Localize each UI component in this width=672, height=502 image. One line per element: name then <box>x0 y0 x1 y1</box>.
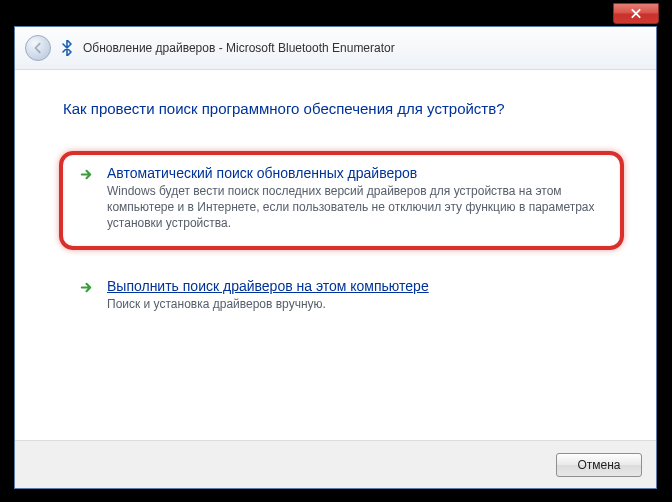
dialog-header: Обновление драйверов - Microsoft Bluetoo… <box>15 27 656 70</box>
bluetooth-icon <box>59 40 75 56</box>
arrow-right-icon <box>79 167 97 232</box>
back-button[interactable] <box>25 35 51 61</box>
driver-update-dialog: Обновление драйверов - Microsoft Bluetoo… <box>14 26 657 489</box>
dialog-content: Как провести поиск программного обеспече… <box>15 70 656 440</box>
option-body: Автоматический поиск обновленных драйвер… <box>107 165 604 232</box>
option-title: Автоматический поиск обновленных драйвер… <box>107 165 604 181</box>
arrow-right-icon <box>79 280 97 312</box>
close-button[interactable] <box>613 3 659 24</box>
option-description: Поиск и установка драйверов вручную. <box>107 296 602 312</box>
option-title: Выполнить поиск драйверов на этом компью… <box>107 278 602 294</box>
back-arrow-icon <box>31 41 45 55</box>
content-heading: Как провести поиск программного обеспече… <box>63 100 618 117</box>
option-auto-search[interactable]: Автоматический поиск обновленных драйвер… <box>59 151 624 250</box>
option-description: Windows будет вести поиск последних верс… <box>107 183 604 232</box>
option-manual-search[interactable]: Выполнить поиск драйверов на этом компью… <box>63 268 618 326</box>
close-icon <box>630 8 642 19</box>
cancel-button[interactable]: Отмена <box>556 453 642 477</box>
dialog-title: Обновление драйверов - Microsoft Bluetoo… <box>83 41 395 55</box>
dialog-footer: Отмена <box>15 440 656 488</box>
option-body: Выполнить поиск драйверов на этом компью… <box>107 278 602 312</box>
